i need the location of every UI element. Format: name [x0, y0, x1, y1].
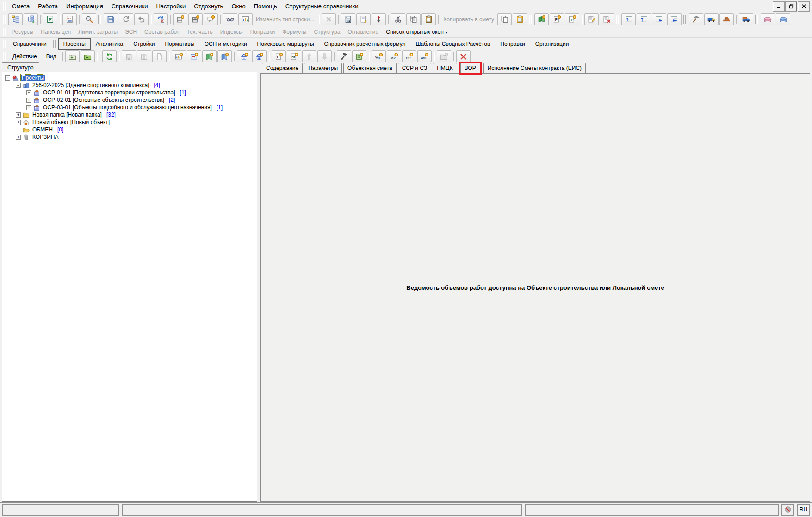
- toolbar-grip[interactable]: [616, 15, 619, 24]
- excel-button[interactable]: [43, 13, 57, 25]
- green-doc-gear-button[interactable]: [352, 50, 366, 62]
- tree-expander-minus-icon[interactable]: −: [16, 83, 21, 88]
- refresh-green-button[interactable]: [102, 50, 117, 62]
- toolbar-grip[interactable]: [53, 40, 56, 48]
- menu-strukturnye-spravochniki[interactable]: Структурные справочники: [281, 1, 363, 11]
- book-green-gear-button[interactable]: [202, 50, 217, 62]
- book-blue-gear-button[interactable]: [217, 50, 232, 62]
- truck-cargo-button[interactable]: [739, 13, 753, 25]
- edit-del-button[interactable]: [600, 13, 614, 25]
- copy-doc-button[interactable]: [497, 13, 512, 25]
- menu-spravochniki[interactable]: Справочники: [107, 1, 152, 11]
- close-button[interactable]: [798, 2, 809, 11]
- toolbar-grip[interactable]: [529, 15, 532, 24]
- menu-otdohnut[interactable]: Отдохнуть: [190, 1, 227, 11]
- menu-informaciya[interactable]: Информация: [62, 1, 107, 11]
- folder-plus-button[interactable]: [65, 50, 80, 62]
- tree-expander-plus-icon[interactable]: +: [16, 112, 21, 118]
- truck-button[interactable]: [704, 13, 719, 25]
- close-red-button[interactable]: [456, 50, 471, 62]
- menu-nastroyki[interactable]: Настройки: [152, 1, 190, 11]
- tree-structure-button[interactable]: [8, 13, 23, 25]
- tab-spravochnik-raschetnyh-formul[interactable]: Справочник расчётных формул: [319, 38, 411, 50]
- tab-popravki[interactable]: Поправки: [495, 38, 530, 50]
- tab-nmck[interactable]: НМЦК: [433, 63, 457, 73]
- tree-item-proekty[interactable]: −Проекты: [3, 74, 256, 81]
- tree-item-obmen[interactable]: ОБМЕН[0]: [3, 126, 256, 133]
- menu-pomosch[interactable]: Помощь: [250, 1, 281, 11]
- tree-item-novyy-obekt[interactable]: +Новый объект [Новый объект]: [3, 118, 256, 126]
- toolbar-grip[interactable]: [3, 28, 6, 36]
- tab-organizacii[interactable]: Организации: [530, 38, 574, 50]
- tab-structure[interactable]: Структура: [2, 62, 39, 72]
- cabinet-gear-button[interactable]: [173, 13, 187, 25]
- indent-left2-button[interactable]: [667, 13, 682, 25]
- paste-button[interactable]: [421, 13, 436, 25]
- toolbar-grip[interactable]: [3, 15, 6, 24]
- book-pink-button[interactable]: [761, 13, 775, 25]
- house-gear-button[interactable]: [237, 50, 251, 62]
- menubar-grip[interactable]: [3, 2, 6, 11]
- tab-proekty[interactable]: Проекты: [58, 38, 91, 50]
- search-button[interactable]: [82, 13, 96, 25]
- menu-deystvie[interactable]: Действие: [8, 51, 42, 62]
- bricks-button[interactable]: [719, 13, 734, 25]
- tree-expander-plus-icon[interactable]: +: [26, 90, 31, 95]
- panel-splitter[interactable]: [257, 62, 260, 502]
- tree-item-256-02-2025[interactable]: −256-02-2025 [Здание спортивного комплек…: [3, 81, 256, 89]
- page-pr-button[interactable]: ПР: [565, 13, 579, 25]
- copy-button[interactable]: [406, 13, 421, 25]
- panel-item-spisok-otkrytyh-okon[interactable]: Список открытых окон▾: [382, 28, 451, 36]
- tree-expander-minus-icon[interactable]: −: [5, 75, 10, 81]
- tree-item-korzina[interactable]: +КОРЗИНА: [3, 133, 256, 141]
- pickaxe-dark-button[interactable]: [337, 50, 351, 62]
- minimize-button[interactable]: [773, 2, 784, 11]
- tree-add-button[interactable]: [24, 13, 38, 25]
- tree-item-novaya-papka[interactable]: +Новая папка [Новая папка][32]: [3, 111, 256, 118]
- tree-item-osr-03-01[interactable]: +ОСР-03-01 [Объекты подсобного и обслужи…: [3, 104, 256, 111]
- toolbar-grip[interactable]: [98, 15, 101, 24]
- indent-up-button[interactable]: [621, 13, 636, 25]
- pdf-button[interactable]: PDF: [62, 13, 77, 25]
- calculator-button[interactable]: [341, 13, 355, 25]
- tree-item-osr-01-01[interactable]: +ОСР-01-01 [Подготовка территории строит…: [3, 89, 256, 96]
- page-p-action-button[interactable]: P: [272, 50, 286, 62]
- tab-normativy[interactable]: Нормативы: [160, 38, 199, 50]
- tab-obektnaya-smeta[interactable]: Объектная смета: [343, 63, 397, 73]
- undo-button[interactable]: [134, 13, 149, 25]
- save-button[interactable]: [104, 13, 118, 25]
- menu-okno[interactable]: Окно: [227, 1, 249, 11]
- tab-analitika[interactable]: Аналитика: [91, 38, 128, 50]
- menu-smeta[interactable]: Смета: [8, 1, 34, 11]
- toolbar-grip[interactable]: [97, 52, 99, 61]
- menu-vid[interactable]: Вид: [42, 51, 61, 62]
- m2-gear-button[interactable]: М2: [387, 50, 401, 62]
- tab-soderzhanie[interactable]: Содержание: [262, 63, 303, 73]
- book-blue-button[interactable]: [776, 13, 790, 25]
- toolbar-grip[interactable]: [3, 40, 6, 48]
- tree-expander-plus-icon[interactable]: +: [16, 135, 21, 140]
- tree-expander-plus-icon[interactable]: +: [26, 105, 31, 110]
- tab-shablony-svodnyh-raschetov[interactable]: Шаблоны Сводных Расчётов: [410, 38, 495, 50]
- menu-rabota[interactable]: Работа: [34, 1, 62, 11]
- tab-ispolnenie-smety-kontrakta-eis[interactable]: Исполнение Сметы контракта (ЕИС): [483, 63, 586, 73]
- tree-expander-plus-icon[interactable]: +: [16, 120, 21, 125]
- comment-gear-button[interactable]: [204, 13, 218, 25]
- indent-left-button[interactable]: [652, 13, 666, 25]
- pp-gear-button[interactable]: РР: [402, 50, 416, 62]
- paste-doc-button[interactable]: [513, 13, 527, 25]
- indent-up2-button[interactable]: [637, 13, 651, 25]
- glasses-button[interactable]: [223, 13, 237, 25]
- tab-vor[interactable]: ВОР: [460, 63, 480, 73]
- unlock-button[interactable]: [154, 13, 168, 25]
- book-gear-button[interactable]: [534, 13, 549, 25]
- cut-button[interactable]: [391, 13, 405, 25]
- edit-add-button[interactable]: [584, 13, 599, 25]
- tree-item-osr-02-01[interactable]: +ОСР-02-01 [Основные объекты строительст…: [3, 96, 256, 104]
- tree-expander-plus-icon[interactable]: +: [26, 98, 31, 103]
- cabinet-gear2-button[interactable]: [188, 13, 203, 25]
- toolbar-grip[interactable]: [3, 52, 6, 61]
- refresh-button[interactable]: [119, 13, 133, 25]
- tab-stroyki[interactable]: Стройки: [128, 38, 160, 50]
- tab-esn-i-metodiki[interactable]: ЭСН и методики: [199, 38, 252, 50]
